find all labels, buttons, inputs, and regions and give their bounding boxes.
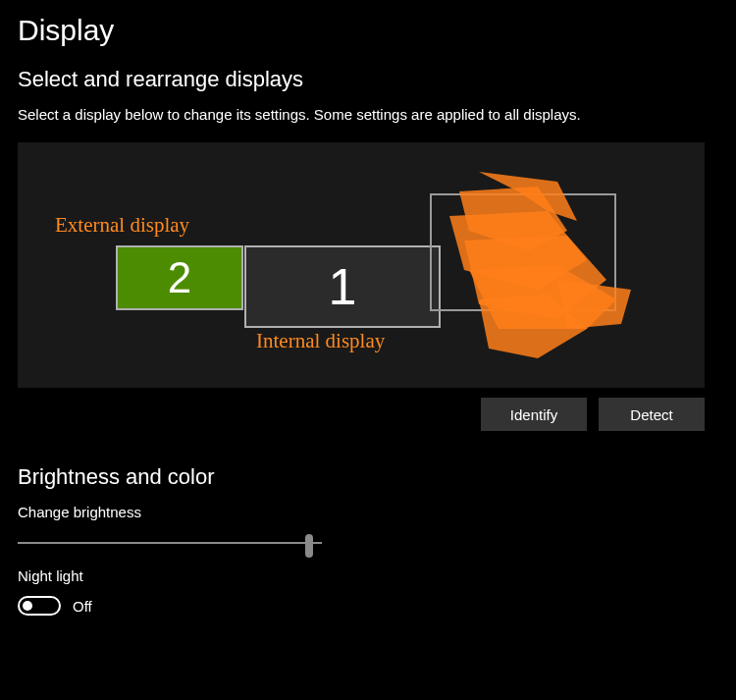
display-tile-1[interactable]: 1 (244, 245, 441, 328)
arrange-description: Select a display below to change its set… (18, 106, 718, 123)
detect-button[interactable]: Detect (599, 398, 705, 431)
page-title: Display (18, 14, 718, 47)
section-heading-brightness: Brightness and color (18, 464, 718, 490)
brightness-slider[interactable] (18, 532, 322, 556)
display-tile-2[interactable]: 2 (116, 245, 243, 310)
section-heading-arrange: Select and rearrange displays (18, 67, 718, 92)
night-light-label: Night light (18, 567, 718, 584)
display-number: 2 (168, 253, 191, 302)
annotation-internal: Internal display (256, 329, 385, 353)
annotation-external: External display (55, 213, 189, 238)
night-light-state: Off (73, 598, 92, 615)
display-number: 1 (329, 257, 357, 316)
display-arrangement-area[interactable]: 2 1 External display Internal display (18, 142, 705, 388)
display-drag-ghost (430, 193, 616, 311)
slider-thumb[interactable] (305, 534, 313, 558)
night-light-toggle[interactable] (18, 596, 61, 616)
change-brightness-label: Change brightness (18, 504, 718, 520)
night-light-row: Off (18, 596, 718, 616)
slider-track (18, 542, 322, 544)
arrange-button-row: Identify Detect (18, 398, 705, 431)
identify-button[interactable]: Identify (481, 398, 587, 431)
toggle-knob (23, 601, 32, 611)
